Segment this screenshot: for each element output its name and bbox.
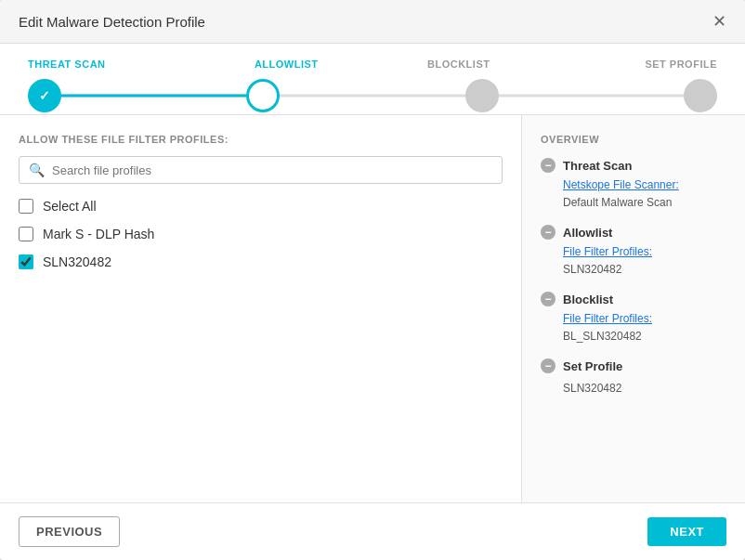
overview-section-header-allowlist: − Allowlist [541, 225, 726, 240]
stepper-label-blocklist: BLOCKLIST [372, 59, 545, 70]
overview-value-blocklist: BL_SLN320482 [563, 330, 642, 343]
step-node-1: ✓ [28, 79, 61, 112]
modal: Edit Malware Detection Profile ✕ THREAT … [0, 0, 745, 560]
previous-button[interactable]: PREVIOUS [19, 516, 120, 547]
overview-section-threat-scan: − Threat Scan Netskope File Scanner: Def… [541, 158, 726, 210]
overview-detail-allowlist: File Filter Profiles: SLN320482 [541, 245, 726, 277]
close-button[interactable]: ✕ [712, 13, 726, 30]
overview-label: OVERVIEW [541, 134, 726, 145]
checkbox-select-all[interactable] [19, 199, 33, 214]
overview-section-blocklist: − Blocklist File Filter Profiles: BL_SLN… [541, 292, 726, 344]
overview-detail-blocklist: File Filter Profiles: BL_SLN320482 [541, 312, 726, 344]
overview-section-title-threat-scan: Threat Scan [563, 159, 632, 173]
stepper-label-allowlist: ALLOWLIST [201, 59, 373, 70]
modal-footer: PREVIOUS NEXT [0, 502, 745, 560]
stepper-label-set-profile: SET PROFILE [545, 59, 718, 70]
step-node-3 [465, 79, 499, 112]
overview-section-title-blocklist: Blocklist [563, 293, 613, 306]
overview-value-threat-scan: Default Malware Scan [563, 196, 672, 209]
checkbox-label-sln320482: SLN320482 [43, 254, 111, 269]
step-node-4 [684, 79, 717, 112]
step-node-2 [246, 79, 280, 112]
search-box: 🔍 [19, 156, 503, 184]
overview-link-blocklist[interactable]: File Filter Profiles: [563, 312, 726, 325]
minus-icon-allowlist: − [541, 225, 555, 240]
minus-icon-set-profile: − [541, 358, 555, 373]
overview-value-allowlist: SLN320482 [563, 263, 621, 276]
left-panel-label: ALLOW THESE FILE FILTER PROFILES: [19, 134, 503, 145]
stepper-track: ✓ [28, 77, 717, 114]
checkbox-list: Select All Mark S - DLP Hash SLN320482 [19, 199, 503, 269]
checkbox-sln320482[interactable] [19, 254, 33, 269]
checkbox-mark-s[interactable] [19, 227, 33, 241]
overview-section-header-blocklist: − Blocklist [541, 292, 726, 306]
overview-section-set-profile: − Set Profile SLN320482 [541, 358, 726, 396]
overview-section-title-set-profile: Set Profile [563, 359, 622, 373]
checkbox-item-sln320482[interactable]: SLN320482 [19, 254, 503, 269]
stepper-nodes: ✓ [28, 79, 717, 112]
modal-header: Edit Malware Detection Profile ✕ [0, 0, 745, 44]
content-area: ALLOW THESE FILE FILTER PROFILES: 🔍 Sele… [0, 115, 745, 502]
next-button[interactable]: NEXT [647, 517, 726, 546]
overview-section-title-allowlist: Allowlist [563, 226, 612, 240]
right-panel: OVERVIEW − Threat Scan Netskope File Sca… [522, 115, 745, 502]
close-icon: ✕ [712, 12, 726, 31]
stepper: THREAT SCAN ALLOWLIST BLOCKLIST SET PROF… [0, 44, 745, 115]
overview-section-header-set-profile: − Set Profile [541, 358, 726, 373]
overview-section-allowlist: − Allowlist File Filter Profiles: SLN320… [541, 225, 726, 277]
modal-title: Edit Malware Detection Profile [19, 14, 205, 30]
overview-link-threat-scan[interactable]: Netskope File Scanner: [563, 178, 726, 191]
checkbox-item-mark-s[interactable]: Mark S - DLP Hash [19, 227, 503, 241]
overview-link-allowlist[interactable]: File Filter Profiles: [563, 245, 726, 258]
overview-section-header-threat-scan: − Threat Scan [541, 158, 726, 173]
minus-icon-threat-scan: − [541, 158, 555, 173]
overview-value-set-profile: SLN320482 [563, 382, 621, 395]
checkbox-item-select-all[interactable]: Select All [19, 199, 503, 214]
minus-icon-blocklist: − [541, 292, 555, 306]
stepper-label-threat-scan: THREAT SCAN [28, 59, 201, 70]
stepper-labels: THREAT SCAN ALLOWLIST BLOCKLIST SET PROF… [28, 59, 717, 70]
left-panel: ALLOW THESE FILE FILTER PROFILES: 🔍 Sele… [0, 115, 522, 502]
overview-detail-set-profile: SLN320482 [541, 379, 726, 396]
check-icon: ✓ [39, 88, 50, 103]
checkbox-label-select-all: Select All [43, 199, 97, 214]
search-icon: 🔍 [29, 163, 45, 177]
checkbox-label-mark-s: Mark S - DLP Hash [43, 227, 154, 241]
overview-detail-threat-scan: Netskope File Scanner: Default Malware S… [541, 178, 726, 210]
search-input[interactable] [52, 163, 492, 177]
